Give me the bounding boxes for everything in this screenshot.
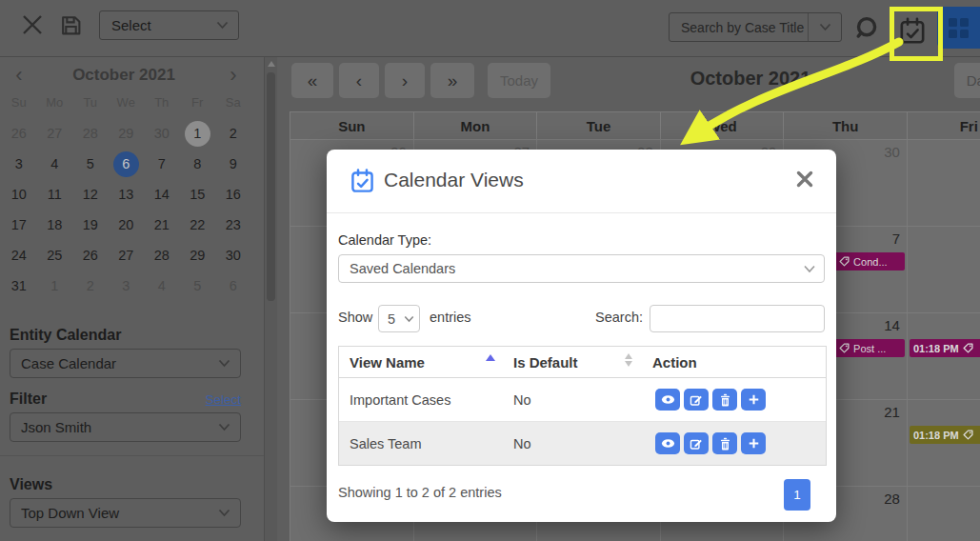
mini-weekday-label: Tu — [72, 95, 109, 116]
mini-calendar-day[interactable]: 6 — [215, 270, 251, 301]
mini-weekday-label: Mo — [37, 95, 73, 116]
pagination-page-1[interactable]: 1 — [784, 479, 810, 511]
mini-calendar-next-button[interactable]: › — [222, 65, 245, 88]
mini-calendar-day[interactable]: 12 — [72, 179, 109, 210]
mini-calendar-day[interactable]: 6 — [109, 149, 145, 179]
modal-close-button[interactable] — [796, 170, 815, 190]
day-cell[interactable] — [908, 487, 980, 541]
mini-calendar-day[interactable]: 5 — [180, 270, 216, 301]
delete-action-button[interactable] — [712, 432, 737, 454]
close-icon — [21, 13, 44, 36]
mini-calendar-day[interactable]: 4 — [144, 270, 180, 301]
day-cell[interactable]: 01:18 PM — [908, 313, 980, 400]
mini-calendar-prev-button[interactable]: ‹ — [8, 65, 30, 88]
calendar-event[interactable]: 01:18 PM — [910, 426, 980, 444]
mini-calendar-day[interactable]: 16 — [215, 179, 251, 210]
mini-calendar-day[interactable]: 29 — [180, 240, 216, 270]
modal-search-input[interactable] — [650, 305, 825, 332]
today-button[interactable]: Today — [488, 63, 550, 98]
mini-weekday-label: We — [109, 95, 145, 116]
mini-calendar-day[interactable]: 1 — [37, 270, 73, 301]
day-cell[interactable] — [908, 140, 980, 227]
page-size-select[interactable]: 5 — [378, 305, 420, 332]
day-view-button[interactable]: Day — [954, 63, 980, 98]
mini-calendar-day[interactable]: 18 — [37, 210, 73, 240]
mini-calendar-day[interactable]: 17 — [1, 210, 37, 240]
scrollbar-up-arrow[interactable] — [268, 61, 275, 67]
grid-icon — [949, 18, 969, 38]
view-action-button[interactable] — [655, 432, 680, 454]
calendar-prev-button[interactable]: ‹ — [339, 63, 379, 98]
mini-calendar-day[interactable]: 30 — [215, 240, 251, 270]
mini-calendar-day[interactable]: 29 — [109, 118, 145, 149]
mini-calendar-day[interactable]: 5 — [72, 149, 109, 179]
entity-calendar-select[interactable]: Case Calendar — [10, 349, 241, 378]
mini-calendar-day[interactable]: 26 — [72, 240, 109, 270]
mini-calendar-day[interactable]: 15 — [180, 179, 216, 210]
mini-calendar-day[interactable]: 25 — [37, 240, 73, 270]
chevron-down-icon — [208, 509, 240, 517]
calendar-last-button[interactable]: » — [430, 63, 474, 98]
mini-calendar-day[interactable]: 27 — [37, 118, 73, 149]
mini-calendar-day[interactable]: 23 — [215, 210, 251, 240]
column-header-is-default[interactable]: Is Default — [503, 347, 642, 377]
mini-calendar-day[interactable]: 2 — [215, 118, 251, 149]
mini-calendar-day[interactable]: 26 — [1, 118, 37, 149]
mini-calendar-title: October 2021 — [38, 66, 210, 85]
mini-calendar-day[interactable]: 4 — [37, 149, 73, 179]
mini-calendar-day[interactable]: 21 — [144, 210, 180, 240]
table-row: Important CasesNo — [339, 378, 826, 422]
views-table: View Name Is Default Action Important Ca… — [338, 346, 827, 466]
filter-select[interactable]: Json Smith — [10, 412, 241, 442]
calendar-next-button[interactable]: › — [385, 63, 425, 98]
mini-calendar-day[interactable]: 2 — [72, 270, 109, 301]
calendar-views-toggle-button[interactable] — [896, 14, 929, 47]
mini-calendar-day[interactable]: 24 — [1, 240, 37, 270]
view-action-button[interactable] — [655, 389, 680, 411]
calendar-type-select[interactable]: Saved Calendars — [338, 254, 825, 283]
mini-calendar-day[interactable]: 31 — [1, 270, 37, 301]
mini-calendar-day[interactable]: 7 — [144, 149, 180, 179]
table-info: Showing 1 to 2 of 2 entries — [338, 485, 502, 500]
views-select[interactable]: Top Down View — [10, 498, 241, 528]
save-button[interactable] — [57, 11, 84, 38]
mini-calendar-day[interactable]: 10 — [1, 179, 37, 210]
calendar-first-button[interactable]: « — [291, 63, 333, 98]
edit-action-button[interactable] — [684, 432, 709, 454]
add-action-button[interactable] — [741, 389, 766, 411]
scrollbar-thumb[interactable] — [267, 72, 275, 301]
mini-calendar-day[interactable]: 11 — [37, 179, 73, 210]
mini-calendar-day[interactable]: 1 — [180, 118, 216, 149]
day-header-tue: Tue — [537, 112, 661, 140]
mini-calendar-day[interactable]: 3 — [1, 149, 37, 179]
filter-select-link[interactable]: Select — [171, 392, 241, 407]
mini-calendar-day[interactable]: 19 — [72, 210, 109, 240]
edit-action-button[interactable] — [684, 389, 709, 411]
close-button[interactable] — [19, 11, 46, 38]
column-header-view-name[interactable]: View Name — [339, 347, 503, 377]
day-cell[interactable] — [908, 227, 980, 313]
mini-calendar-day[interactable]: 8 — [180, 149, 216, 179]
mini-calendar-day[interactable]: 14 — [144, 179, 180, 210]
delete-action-button[interactable] — [712, 389, 737, 411]
search-by-select[interactable]: Search by Case Title — [669, 12, 842, 42]
mini-calendar-day[interactable]: 3 — [109, 270, 145, 301]
tag-icon — [839, 343, 850, 353]
grid-view-button[interactable] — [937, 7, 980, 49]
filter-value: Json Smith — [10, 419, 208, 435]
mini-calendar-day[interactable]: 9 — [215, 149, 251, 179]
edit-icon — [690, 393, 703, 407]
search-button[interactable] — [851, 13, 880, 42]
toolbar-select[interactable]: Select — [99, 10, 239, 40]
mini-calendar-day[interactable]: 30 — [144, 118, 180, 149]
mini-calendar-day[interactable]: 20 — [109, 210, 145, 240]
mini-calendar-day[interactable]: 27 — [109, 240, 145, 270]
mini-calendar-day[interactable]: 28 — [72, 118, 109, 149]
mini-calendar-day[interactable]: 28 — [144, 240, 180, 270]
mini-calendar-day[interactable]: 22 — [180, 210, 216, 240]
calendar-event[interactable]: 01:18 PM — [910, 339, 980, 357]
search-icon — [853, 15, 879, 41]
add-action-button[interactable] — [741, 432, 766, 454]
day-cell[interactable]: 01:18 PM — [908, 400, 980, 487]
mini-calendar-day[interactable]: 13 — [109, 179, 145, 210]
